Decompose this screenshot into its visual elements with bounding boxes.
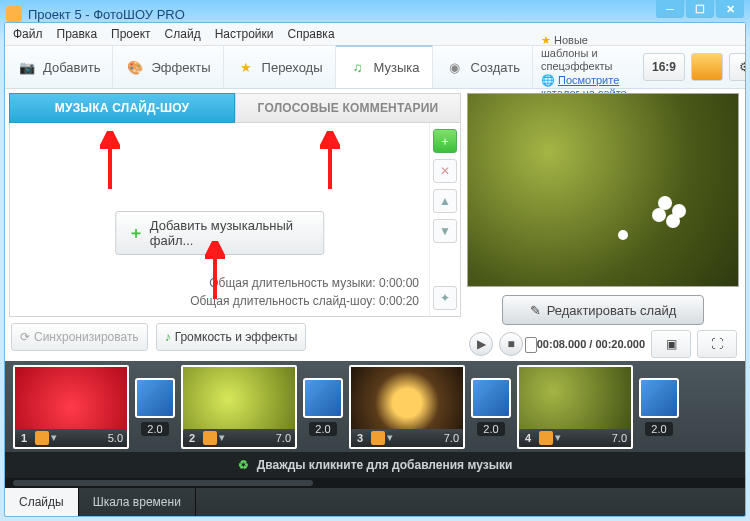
- magic-button[interactable]: ✦: [433, 286, 457, 310]
- tl-tab-timescale[interactable]: Шкала времени: [79, 488, 196, 516]
- left-pane: МУЗЫКА СЛАЙД-ШОУ ГОЛОСОВЫЕ КОММЕНТАРИИ ＋…: [5, 89, 465, 361]
- promo-globe-icon: 🌐: [541, 74, 555, 86]
- timeline: 1▾5.0 2.0 2▾7.0 2.0 3▾7.0 2.0 4▾7.0 2.0: [5, 361, 745, 516]
- menu-edit[interactable]: Правка: [57, 27, 98, 41]
- duration-stats: Общая длительность музыки: 0:00:00 Общая…: [190, 274, 419, 310]
- timeline-scrollbar[interactable]: [5, 478, 745, 488]
- slide-item[interactable]: 4▾7.0: [517, 365, 633, 449]
- music-side-buttons: ＋ ✕ ▲ ▼ ✦: [430, 123, 460, 316]
- right-pane: ✎ Редактировать слайд ▶ ■ 00:08.000 / 00…: [465, 89, 745, 361]
- transition-item[interactable]: 2.0: [135, 378, 175, 436]
- volume-effects-button[interactable]: ♪ Громкость и эффекты: [156, 323, 307, 351]
- transition-thumb[interactable]: [471, 378, 511, 418]
- music-icon: ♫: [348, 58, 368, 78]
- transition-thumb[interactable]: [639, 378, 679, 418]
- thumbnail-row[interactable]: 1▾5.0 2.0 2▾7.0 2.0 3▾7.0 2.0 4▾7.0 2.0: [5, 361, 745, 452]
- music-tabs: МУЗЫКА СЛАЙД-ШОУ ГОЛОСОВЫЕ КОММЕНТАРИИ: [9, 93, 461, 123]
- edit-slide-button[interactable]: ✎ Редактировать слайд: [502, 295, 704, 325]
- stop-button[interactable]: ■: [499, 332, 523, 356]
- add-music-button[interactable]: ＋ Добавить музыкальный файл...: [115, 211, 325, 255]
- transition-thumb[interactable]: [303, 378, 343, 418]
- music-list[interactable]: ＋ Добавить музыкальный файл... Общая дли…: [10, 123, 430, 316]
- slide-item[interactable]: 2▾7.0: [181, 365, 297, 449]
- transition-item[interactable]: 2.0: [471, 378, 511, 436]
- maximize-button[interactable]: ☐: [686, 0, 714, 18]
- annotation-arrow: [320, 131, 340, 191]
- tl-tab-slides[interactable]: Слайды: [5, 488, 79, 516]
- preview-area[interactable]: [467, 93, 739, 287]
- sync-icon: ⟳: [20, 330, 30, 344]
- client-area: Файл Правка Проект Слайд Настройки Справ…: [4, 22, 746, 517]
- chevron-down-icon[interactable]: ▾: [219, 431, 225, 444]
- ribbon-music[interactable]: ♫ Музыка: [336, 45, 433, 88]
- app-icon: [6, 6, 22, 22]
- refresh-icon: ♻: [238, 458, 249, 472]
- move-up-button[interactable]: ▲: [433, 189, 457, 213]
- tab-music-slideshow[interactable]: МУЗЫКА СЛАЙД-ШОУ: [9, 93, 235, 123]
- seek-knob[interactable]: [525, 337, 537, 353]
- ribbon-create[interactable]: ◉ Создать: [433, 46, 533, 88]
- fullscreen-icon: ⛶: [711, 337, 723, 351]
- seek-slider[interactable]: [529, 341, 531, 347]
- slide-item[interactable]: 1▾5.0: [13, 365, 129, 449]
- application-window: Проект 5 - ФотоШОУ PRO ─ ☐ ✕ Файл Правка…: [0, 0, 750, 521]
- slide-item[interactable]: 3▾7.0: [349, 365, 465, 449]
- music-bottom-buttons: ⟳ Синхронизировать ♪ Громкость и эффекты: [9, 317, 461, 357]
- window-controls: ─ ☐ ✕: [654, 0, 744, 18]
- music-panel: ＋ Добавить музыкальный файл... Общая дли…: [9, 123, 461, 317]
- palette-icon: 🎨: [125, 57, 145, 77]
- transition-item[interactable]: 2.0: [639, 378, 679, 436]
- ribbon-effects[interactable]: 🎨 Эффекты: [113, 46, 223, 88]
- player-controls: ▶ ■ 00:08.000 / 00:20.000 ▣ ⛶: [467, 331, 739, 357]
- menu-help[interactable]: Справка: [287, 27, 334, 41]
- main-body: МУЗЫКА СЛАЙД-ШОУ ГОЛОСОВЫЕ КОММЕНТАРИИ ＋…: [5, 89, 745, 361]
- transition-thumb[interactable]: [135, 378, 175, 418]
- gear-icon: ⚙: [739, 60, 746, 74]
- remove-track-button[interactable]: ✕: [433, 159, 457, 183]
- menu-project[interactable]: Проект: [111, 27, 151, 41]
- play-button[interactable]: ▶: [469, 332, 493, 356]
- promo-star-icon: ★: [541, 34, 551, 46]
- window-title: Проект 5 - ФотоШОУ PRO: [28, 7, 185, 22]
- disc-icon: ◉: [445, 57, 465, 77]
- promo-text: Новые шаблоны и спецэффекты: [541, 34, 613, 72]
- snapshot-button[interactable]: ▣: [651, 330, 691, 358]
- camera-icon: 📷: [17, 57, 37, 77]
- star-icon: ★: [236, 57, 256, 77]
- timeline-tabs: Слайды Шкала времени: [5, 488, 745, 516]
- fullscreen-button[interactable]: ⛶: [697, 330, 737, 358]
- tab-voice-comments[interactable]: ГОЛОСОВЫЕ КОММЕНТАРИИ: [235, 93, 461, 123]
- settings-button[interactable]: ⚙: [729, 53, 746, 81]
- chevron-down-icon[interactable]: ▾: [387, 431, 393, 444]
- menu-slide[interactable]: Слайд: [165, 27, 201, 41]
- aspect-ratio-button[interactable]: 16:9: [643, 53, 685, 81]
- equalizer-icon: ♪: [165, 330, 171, 344]
- theme-button[interactable]: [691, 53, 723, 81]
- edit-icon[interactable]: [35, 431, 49, 445]
- move-down-button[interactable]: ▼: [433, 219, 457, 243]
- add-track-button[interactable]: ＋: [433, 129, 457, 153]
- ribbon-right-controls: ★ Новые шаблоны и спецэффекты 🌐 Посмотри…: [533, 46, 746, 88]
- scrollbar-thumb[interactable]: [13, 480, 313, 486]
- pencil-icon: ✎: [530, 303, 541, 318]
- time-display: 00:08.000 / 00:20.000: [537, 338, 645, 350]
- annotation-arrow: [100, 131, 120, 191]
- menu-settings[interactable]: Настройки: [215, 27, 274, 41]
- sync-button[interactable]: ⟳ Синхронизировать: [11, 323, 148, 351]
- ribbon-toolbar: 📷 Добавить 🎨 Эффекты ★ Переходы ♫ Музыка…: [5, 46, 745, 89]
- timeline-hint[interactable]: ♻ Дважды кликните для добавления музыки: [5, 452, 745, 478]
- preview-flower: [618, 186, 718, 246]
- edit-icon[interactable]: [539, 431, 553, 445]
- ribbon-add[interactable]: 📷 Добавить: [5, 46, 113, 88]
- plus-icon: ＋: [128, 223, 144, 244]
- menu-file[interactable]: Файл: [13, 27, 43, 41]
- chevron-down-icon[interactable]: ▾: [555, 431, 561, 444]
- ribbon-transitions[interactable]: ★ Переходы: [224, 46, 336, 88]
- edit-icon[interactable]: [371, 431, 385, 445]
- edit-icon[interactable]: [203, 431, 217, 445]
- transition-item[interactable]: 2.0: [303, 378, 343, 436]
- minimize-button[interactable]: ─: [656, 0, 684, 18]
- camera-icon: ▣: [666, 337, 677, 351]
- chevron-down-icon[interactable]: ▾: [51, 431, 57, 444]
- close-button[interactable]: ✕: [716, 0, 744, 18]
